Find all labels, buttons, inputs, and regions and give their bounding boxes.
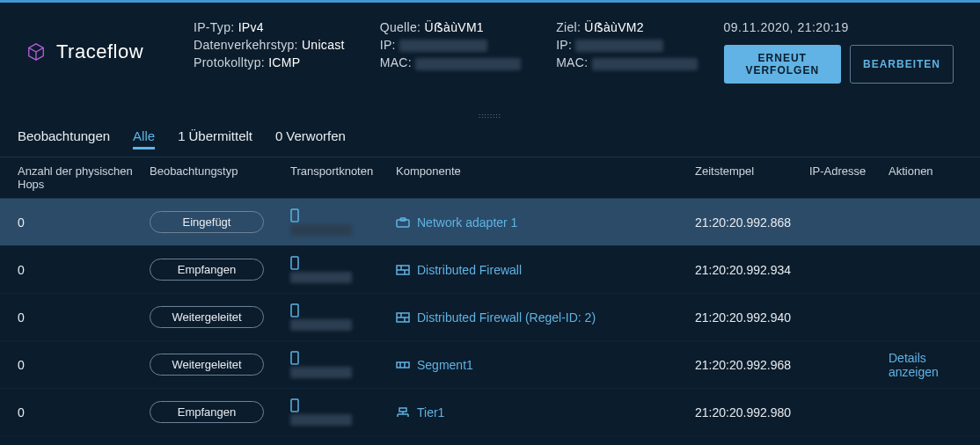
type-pill: Empfangen	[150, 259, 264, 281]
col-ts[interactable]: Zeitstempel	[695, 164, 809, 191]
col-hops[interactable]: Anzahl der physischen Hops	[18, 164, 150, 191]
details-link[interactable]: Details anzeigen	[889, 351, 939, 379]
cell-component[interactable]: Distributed Firewall	[396, 263, 695, 277]
cell-component[interactable]: Distributed Firewall (Regel-ID: 2)	[396, 310, 695, 325]
info-line: Datenverkehrstyp: Unicast	[194, 38, 345, 52]
title-group: Traceflow	[26, 20, 167, 84]
cell-type: Empfangen	[150, 259, 290, 281]
cell-type: Weitergeleitet	[150, 354, 290, 376]
cell-type: Empfangen	[150, 401, 290, 423]
info-line: Protokolltyp: ICMP	[194, 55, 345, 69]
tab-dropped[interactable]: 0Verworfen	[275, 128, 346, 147]
dest-ip: IP:	[556, 38, 697, 52]
col-actions[interactable]: Aktionen	[889, 164, 959, 191]
info-col-dest: Ziel: ÜẞàùVM2 IP: MAC:	[556, 20, 697, 84]
button-row: ERNEUT VERFOLGEN BEARBEITEN	[724, 45, 954, 84]
drag-handle-dots[interactable]: ::::::::	[0, 110, 980, 121]
cell-transport	[290, 398, 396, 426]
svg-rect-8	[291, 304, 298, 317]
svg-rect-13	[291, 352, 298, 364]
cell-hops: 0	[18, 263, 150, 277]
cell-hops: 0	[18, 310, 150, 325]
table-row[interactable]: 0EmpfangenTier121:20:20.992.980	[0, 389, 980, 436]
cell-transport	[290, 303, 396, 331]
tab-all[interactable]: Alle	[133, 128, 155, 150]
page-title: Traceflow	[56, 40, 143, 63]
cell-transport	[290, 256, 396, 283]
svg-rect-14	[397, 362, 409, 368]
col-transport[interactable]: Transportknoten	[290, 164, 396, 191]
type-pill: Empfangen	[150, 401, 264, 423]
component-link[interactable]: Network adapter 1	[417, 215, 517, 230]
type-pill: Weitergeleitet	[150, 306, 264, 328]
cell-component[interactable]: Segment1	[396, 358, 695, 372]
cell-component[interactable]: Network adapter 1	[396, 215, 695, 230]
cell-timestamp: 21:20:20.992.980	[695, 405, 809, 419]
observations-table: Anzahl der physischen Hops Beobachtungst…	[0, 157, 980, 436]
table-body[interactable]: 0EingefügtNetwork adapter 121:20:20.992.…	[0, 199, 980, 436]
cube-icon	[26, 42, 46, 62]
type-pill: Weitergeleitet	[150, 354, 264, 376]
cell-hops: 0	[18, 358, 150, 372]
source-mac: MAC:	[380, 55, 521, 69]
cell-type: Weitergeleitet	[150, 306, 290, 328]
dest-line: Ziel: ÜẞàùVM2	[556, 20, 697, 34]
table-row[interactable]: 0EmpfangenDistributed Firewall21:20:20.9…	[0, 246, 980, 294]
table-header: Anzahl der physischen Hops Beobachtungst…	[0, 157, 980, 199]
col-component[interactable]: Komponente	[396, 164, 695, 191]
svg-rect-18	[399, 408, 406, 412]
info-line: IP-Typ: IPv4	[194, 20, 345, 34]
dest-mac: MAC:	[556, 55, 697, 69]
component-link[interactable]: Distributed Firewall	[417, 263, 522, 277]
edit-button[interactable]: BEARBEITEN	[850, 45, 954, 84]
cell-hops: 0	[18, 405, 150, 419]
component-link[interactable]: Distributed Firewall (Regel-ID: 2)	[417, 310, 596, 325]
col-type[interactable]: Beobachtungstyp	[150, 164, 290, 191]
tab-delivered[interactable]: 1Übermittelt	[178, 128, 252, 147]
cell-timestamp: 21:20:20.992.934	[695, 263, 809, 277]
tab-bar: Beobachtungen Alle 1Übermittelt 0Verworf…	[0, 121, 980, 157]
svg-rect-3	[291, 257, 298, 269]
col-ip[interactable]: IP-Adresse	[809, 164, 889, 191]
table-row[interactable]: 0WeitergeleitetDistributed Firewall (Reg…	[0, 294, 980, 341]
table-row[interactable]: 0WeitergeleitetSegment121:20:20.992.968D…	[0, 341, 980, 389]
cell-type: Eingefügt	[150, 211, 290, 233]
table-row[interactable]: 0EingefügtNetwork adapter 121:20:20.992.…	[0, 199, 980, 246]
component-link[interactable]: Segment1	[417, 358, 473, 372]
source-line: Quelle: ÜẞàùVM1	[380, 20, 521, 34]
cell-transport	[290, 208, 396, 236]
component-link[interactable]: Tier1	[417, 405, 444, 419]
info-columns: IP-Typ: IPv4Datenverkehrstyp: UnicastPro…	[194, 20, 698, 84]
cell-hops: 0	[18, 215, 150, 230]
tab-observations-label: Beobachtungen	[18, 128, 110, 147]
info-col-basic: IP-Typ: IPv4Datenverkehrstyp: UnicastPro…	[194, 20, 345, 84]
top-timestamp: 09.11.2020, 21:20:19	[724, 20, 954, 34]
type-pill: Eingefügt	[150, 211, 264, 233]
svg-rect-17	[291, 399, 298, 412]
info-col-source: Quelle: ÜẞàùVM1 IP: MAC:	[380, 20, 521, 84]
cell-timestamp: 21:20:20.992.868	[695, 215, 809, 230]
cell-actions: Details anzeigen	[889, 351, 959, 379]
svg-rect-0	[291, 209, 298, 222]
source-ip: IP:	[380, 38, 521, 52]
cell-component[interactable]: Tier1	[396, 405, 695, 419]
header-right: 09.11.2020, 21:20:19 ERNEUT VERFOLGEN BE…	[724, 20, 954, 84]
header: Traceflow IP-Typ: IPv4Datenverkehrstyp: …	[0, 0, 980, 110]
retrace-button[interactable]: ERNEUT VERFOLGEN	[724, 45, 841, 84]
cell-transport	[290, 351, 396, 378]
cell-timestamp: 21:20:20.992.940	[695, 310, 809, 325]
cell-timestamp: 21:20:20.992.968	[695, 358, 809, 372]
